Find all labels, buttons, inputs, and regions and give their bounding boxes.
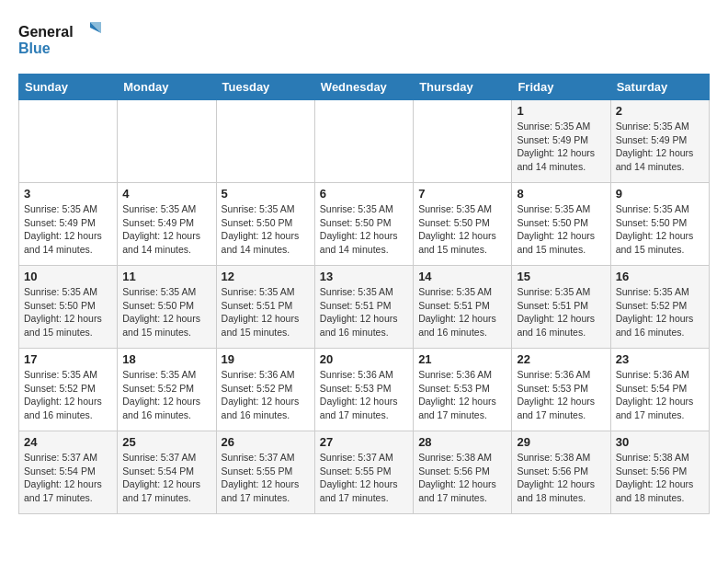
calendar-cell: 18Sunrise: 5:35 AM Sunset: 5:52 PM Dayli…	[118, 349, 216, 431]
day-number: 30	[616, 435, 704, 449]
calendar-body: 1Sunrise: 5:35 AM Sunset: 5:49 PM Daylig…	[19, 100, 710, 514]
day-info: Sunrise: 5:35 AM Sunset: 5:49 PM Dayligh…	[517, 120, 605, 174]
calendar-cell: 26Sunrise: 5:37 AM Sunset: 5:55 PM Dayli…	[216, 431, 314, 514]
svg-text:General: General	[18, 24, 74, 40]
day-number: 26	[222, 435, 310, 449]
day-info: Sunrise: 5:35 AM Sunset: 5:50 PM Dayligh…	[418, 202, 506, 257]
weekday-header-cell: Wednesday	[314, 75, 413, 100]
day-info: Sunrise: 5:37 AM Sunset: 5:55 PM Dayligh…	[222, 451, 310, 505]
day-number: 29	[517, 435, 605, 449]
calendar-cell: 4Sunrise: 5:35 AM Sunset: 5:49 PM Daylig…	[118, 183, 216, 266]
day-info: Sunrise: 5:38 AM Sunset: 5:56 PM Dayligh…	[418, 451, 506, 505]
calendar-cell: 6Sunrise: 5:35 AM Sunset: 5:50 PM Daylig…	[314, 183, 413, 266]
calendar-cell: 24Sunrise: 5:37 AM Sunset: 5:54 PM Dayli…	[19, 431, 118, 514]
day-number: 3	[24, 187, 112, 201]
calendar-cell	[314, 100, 413, 183]
calendar-cell: 7Sunrise: 5:35 AM Sunset: 5:50 PM Daylig…	[414, 183, 512, 266]
day-info: Sunrise: 5:35 AM Sunset: 5:51 PM Dayligh…	[222, 285, 310, 339]
calendar-cell: 9Sunrise: 5:35 AM Sunset: 5:50 PM Daylig…	[610, 183, 709, 266]
day-number: 12	[222, 270, 310, 283]
day-info: Sunrise: 5:35 AM Sunset: 5:52 PM Dayligh…	[122, 368, 210, 422]
calendar-cell: 12Sunrise: 5:35 AM Sunset: 5:51 PM Dayli…	[216, 266, 314, 349]
calendar-cell: 22Sunrise: 5:36 AM Sunset: 5:53 PM Dayli…	[512, 349, 610, 431]
day-number: 7	[418, 187, 506, 201]
day-info: Sunrise: 5:38 AM Sunset: 5:56 PM Dayligh…	[616, 451, 704, 505]
day-number: 13	[320, 270, 408, 283]
day-info: Sunrise: 5:35 AM Sunset: 5:49 PM Dayligh…	[122, 202, 210, 257]
calendar-cell: 14Sunrise: 5:35 AM Sunset: 5:51 PM Dayli…	[414, 266, 512, 349]
calendar-cell: 17Sunrise: 5:35 AM Sunset: 5:52 PM Dayli…	[19, 349, 118, 431]
calendar-cell	[118, 100, 216, 183]
calendar-cell: 2Sunrise: 5:35 AM Sunset: 5:49 PM Daylig…	[610, 100, 709, 183]
day-number: 18	[122, 352, 210, 366]
day-info: Sunrise: 5:35 AM Sunset: 5:52 PM Dayligh…	[24, 368, 112, 422]
weekday-header-cell: Monday	[118, 75, 216, 100]
calendar-cell: 16Sunrise: 5:35 AM Sunset: 5:52 PM Dayli…	[610, 266, 709, 349]
day-info: Sunrise: 5:37 AM Sunset: 5:54 PM Dayligh…	[24, 451, 112, 505]
day-number: 16	[616, 270, 704, 283]
day-info: Sunrise: 5:38 AM Sunset: 5:56 PM Dayligh…	[517, 451, 605, 505]
calendar-cell	[19, 100, 118, 183]
day-info: Sunrise: 5:37 AM Sunset: 5:54 PM Dayligh…	[122, 451, 210, 505]
calendar-cell: 10Sunrise: 5:35 AM Sunset: 5:50 PM Dayli…	[19, 266, 118, 349]
calendar-week-row: 3Sunrise: 5:35 AM Sunset: 5:49 PM Daylig…	[19, 183, 710, 266]
calendar-cell: 27Sunrise: 5:37 AM Sunset: 5:55 PM Dayli…	[314, 431, 413, 514]
calendar-table: SundayMondayTuesdayWednesdayThursdayFrid…	[18, 74, 710, 514]
day-info: Sunrise: 5:35 AM Sunset: 5:52 PM Dayligh…	[616, 285, 704, 339]
calendar-week-row: 24Sunrise: 5:37 AM Sunset: 5:54 PM Dayli…	[19, 431, 710, 514]
logo: General Blue	[18, 18, 101, 59]
day-number: 20	[320, 352, 408, 366]
day-info: Sunrise: 5:35 AM Sunset: 5:51 PM Dayligh…	[418, 285, 506, 339]
weekday-header-cell: Saturday	[610, 75, 709, 100]
calendar-cell	[216, 100, 314, 183]
day-number: 25	[122, 435, 210, 449]
day-info: Sunrise: 5:35 AM Sunset: 5:50 PM Dayligh…	[517, 202, 605, 257]
day-number: 19	[222, 352, 310, 366]
day-info: Sunrise: 5:36 AM Sunset: 5:53 PM Dayligh…	[418, 368, 506, 422]
day-info: Sunrise: 5:35 AM Sunset: 5:50 PM Dayligh…	[222, 202, 310, 257]
day-number: 5	[222, 187, 310, 201]
day-info: Sunrise: 5:36 AM Sunset: 5:54 PM Dayligh…	[616, 368, 704, 422]
day-number: 22	[517, 352, 605, 366]
day-info: Sunrise: 5:36 AM Sunset: 5:53 PM Dayligh…	[320, 368, 408, 422]
calendar-cell: 8Sunrise: 5:35 AM Sunset: 5:50 PM Daylig…	[512, 183, 610, 266]
page-header: General Blue	[18, 18, 710, 59]
calendar-week-row: 10Sunrise: 5:35 AM Sunset: 5:50 PM Dayli…	[19, 266, 710, 349]
day-number: 27	[320, 435, 408, 449]
weekday-header-cell: Thursday	[414, 75, 512, 100]
day-number: 6	[320, 187, 408, 201]
day-info: Sunrise: 5:35 AM Sunset: 5:51 PM Dayligh…	[320, 285, 408, 339]
day-info: Sunrise: 5:35 AM Sunset: 5:49 PM Dayligh…	[24, 202, 112, 257]
day-info: Sunrise: 5:35 AM Sunset: 5:50 PM Dayligh…	[24, 285, 112, 339]
calendar-cell: 15Sunrise: 5:35 AM Sunset: 5:51 PM Dayli…	[512, 266, 610, 349]
day-info: Sunrise: 5:35 AM Sunset: 5:50 PM Dayligh…	[616, 202, 704, 257]
day-info: Sunrise: 5:35 AM Sunset: 5:51 PM Dayligh…	[517, 285, 605, 339]
day-info: Sunrise: 5:35 AM Sunset: 5:50 PM Dayligh…	[320, 202, 408, 257]
calendar-cell: 29Sunrise: 5:38 AM Sunset: 5:56 PM Dayli…	[512, 431, 610, 514]
day-number: 10	[24, 270, 112, 283]
day-number: 1	[517, 104, 605, 118]
day-info: Sunrise: 5:35 AM Sunset: 5:50 PM Dayligh…	[122, 285, 210, 339]
calendar-cell: 23Sunrise: 5:36 AM Sunset: 5:54 PM Dayli…	[610, 349, 709, 431]
day-number: 9	[616, 187, 704, 201]
day-number: 23	[616, 352, 704, 366]
day-info: Sunrise: 5:35 AM Sunset: 5:49 PM Dayligh…	[616, 120, 704, 174]
logo-svg: General Blue	[18, 18, 101, 59]
calendar-cell: 25Sunrise: 5:37 AM Sunset: 5:54 PM Dayli…	[118, 431, 216, 514]
day-number: 24	[24, 435, 112, 449]
day-number: 17	[24, 352, 112, 366]
day-number: 15	[517, 270, 605, 283]
weekday-header-cell: Sunday	[19, 75, 118, 100]
calendar-week-row: 17Sunrise: 5:35 AM Sunset: 5:52 PM Dayli…	[19, 349, 710, 431]
calendar-cell	[414, 100, 512, 183]
calendar-cell: 5Sunrise: 5:35 AM Sunset: 5:50 PM Daylig…	[216, 183, 314, 266]
weekday-header-cell: Friday	[512, 75, 610, 100]
day-number: 28	[418, 435, 506, 449]
calendar-cell: 13Sunrise: 5:35 AM Sunset: 5:51 PM Dayli…	[314, 266, 413, 349]
day-info: Sunrise: 5:36 AM Sunset: 5:53 PM Dayligh…	[517, 368, 605, 422]
calendar-cell: 1Sunrise: 5:35 AM Sunset: 5:49 PM Daylig…	[512, 100, 610, 183]
weekday-header-cell: Tuesday	[216, 75, 314, 100]
calendar-cell: 19Sunrise: 5:36 AM Sunset: 5:52 PM Dayli…	[216, 349, 314, 431]
day-number: 11	[122, 270, 210, 283]
weekday-header-row: SundayMondayTuesdayWednesdayThursdayFrid…	[19, 75, 710, 100]
